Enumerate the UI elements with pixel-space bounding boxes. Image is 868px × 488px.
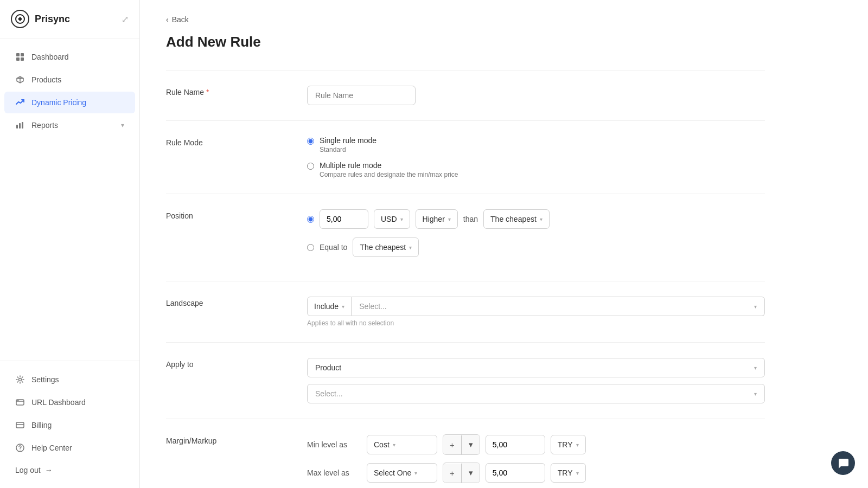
max-level-stepper: + ▾ [443, 463, 480, 483]
rule-name-label: Rule Name * [166, 86, 285, 105]
position-row-2: Equal to The cheapest ▾ [307, 237, 765, 257]
rule-mode-single-label: Single rule mode [320, 136, 376, 145]
position-radio-2[interactable] [307, 244, 314, 251]
svg-point-8 [19, 378, 22, 381]
apply-to-chevron-icon: ▾ [754, 365, 757, 371]
rule-mode-single-radio[interactable] [307, 138, 314, 145]
svg-point-11 [18, 400, 19, 401]
minus-button[interactable]: ▾ [462, 435, 480, 454]
min-currency-chevron-icon: ▾ [576, 442, 579, 448]
margin-markup-content: Min level as Cost ▾ + ▾ TRY ▾ Max leve [307, 434, 765, 488]
sidebar-item-dashboard[interactable]: Dashboard [4, 46, 135, 68]
sidebar-item-dynamic-pricing[interactable]: Dynamic Pricing [4, 92, 135, 113]
sidebar-item-label-products: Products [31, 75, 61, 84]
currency-chevron-icon: ▾ [400, 216, 403, 222]
landscape-value-select[interactable]: Select... ▾ [352, 297, 765, 316]
position-radio-1[interactable] [307, 216, 314, 223]
rule-mode-multiple-sub: Compare rules and designate the min/max … [320, 171, 458, 178]
svg-rect-7 [22, 122, 23, 129]
rule-name-section: Rule Name * [166, 70, 765, 120]
landscape-chevron-icon: ▾ [754, 304, 757, 310]
min-level-stepper: + ▾ [443, 434, 480, 455]
currency-select[interactable]: USD ▾ [374, 209, 410, 229]
include-chevron-icon: ▾ [342, 304, 344, 310]
logout-arrow-icon: → [45, 466, 53, 474]
include-select[interactable]: Include ▾ [307, 297, 352, 316]
equal-to-select[interactable]: The cheapest ▾ [353, 237, 419, 257]
sidebar-expand-icon[interactable]: ⤢ [122, 14, 129, 24]
max-level-label: Max level as [307, 468, 361, 477]
main-content: ‹ Back Add New Rule Rule Name * Rule Mod… [140, 0, 868, 488]
sidebar-item-label-reports: Reports [31, 121, 58, 130]
equal-to-value: The cheapest [360, 243, 406, 252]
plus-button[interactable]: + [443, 464, 462, 483]
position-content: USD ▾ Higher ▾ than The cheapest ▾ [307, 209, 765, 266]
svg-rect-2 [21, 53, 24, 56]
rule-mode-multiple-radio[interactable] [307, 163, 314, 170]
position-section: Position USD ▾ Higher ▾ than [166, 194, 765, 281]
rule-mode-section: Rule Mode Single rule mode Standard Mult… [166, 120, 765, 194]
apply-to-second-chevron-icon: ▾ [754, 391, 757, 397]
max-level-value-input[interactable] [486, 463, 545, 483]
svg-rect-12 [16, 422, 24, 428]
minus-button[interactable]: ▾ [462, 463, 480, 483]
max-level-select[interactable]: Select One ▾ [367, 463, 437, 483]
sidebar-item-products[interactable]: Products [4, 69, 135, 91]
apply-to-second-select[interactable]: Select... ▾ [307, 384, 765, 403]
bar-chart-icon [15, 120, 25, 130]
rule-name-input[interactable] [307, 86, 416, 105]
comparison-select[interactable]: The cheapest ▾ [483, 209, 550, 229]
sidebar-item-help-center[interactable]: Help Center [4, 437, 135, 459]
landscape-placeholder: Select... [359, 302, 387, 311]
sidebar-item-label-help-center: Help Center [31, 444, 72, 452]
logout-label: Log out [15, 466, 41, 474]
position-value-input[interactable] [320, 209, 368, 229]
min-level-value-input[interactable] [486, 435, 545, 454]
than-label: than [463, 215, 478, 223]
landscape-label: Landscape [166, 297, 285, 327]
direction-chevron-icon: ▾ [448, 216, 451, 222]
landscape-row: Include ▾ Select... ▾ [307, 297, 765, 316]
min-level-chevron-icon: ▾ [393, 442, 395, 448]
direction-select[interactable]: Higher ▾ [416, 209, 458, 229]
apply-to-content: Product ▾ Select... ▾ [307, 358, 765, 403]
chat-bubble-button[interactable] [831, 451, 855, 475]
apply-to-select[interactable]: Product ▾ [307, 358, 765, 377]
grid-icon [15, 52, 25, 62]
max-level-row: Max level as Select One ▾ + ▾ TRY ▾ [307, 463, 765, 483]
page-title: Add New Rule [166, 34, 765, 50]
sidebar-item-label-dynamic-pricing: Dynamic Pricing [31, 98, 86, 107]
plus-button[interactable]: + [443, 435, 462, 454]
sidebar-item-billing[interactable]: Billing [4, 414, 135, 436]
svg-rect-3 [16, 57, 20, 61]
svg-point-10 [17, 400, 18, 401]
min-level-currency-select[interactable]: TRY ▾ [551, 435, 586, 454]
sidebar-item-reports[interactable]: Reports ▾ [4, 114, 135, 136]
min-level-select[interactable]: Cost ▾ [367, 435, 437, 454]
apply-to-second-placeholder: Select... [315, 389, 343, 398]
sidebar-item-settings[interactable]: Settings [4, 369, 135, 390]
max-currency-chevron-icon: ▾ [576, 470, 579, 476]
apply-to-value: Product [315, 363, 341, 372]
currency-value: USD [381, 215, 397, 223]
svg-rect-6 [19, 123, 21, 129]
back-label: Back [172, 15, 189, 24]
gear-icon [15, 375, 25, 384]
sidebar-item-label-dashboard: Dashboard [31, 53, 69, 61]
svg-rect-4 [21, 57, 24, 61]
max-level-currency-select[interactable]: TRY ▾ [551, 463, 586, 483]
rule-mode-single-option: Single rule mode Standard [307, 136, 765, 153]
max-level-chevron-icon: ▾ [414, 470, 417, 476]
apply-to-section: Apply to Product ▾ Select... ▾ [166, 342, 765, 419]
sidebar-item-url-dashboard[interactable]: URL Dashboard [4, 391, 135, 413]
back-link[interactable]: ‹ Back [166, 15, 765, 24]
svg-rect-5 [16, 125, 18, 129]
position-label: Position [166, 209, 285, 266]
rule-mode-multiple-option: Multiple rule mode Compare rules and des… [307, 161, 765, 178]
logout-button[interactable]: Log out → [4, 460, 135, 480]
include-value: Include [314, 302, 339, 311]
link-icon [15, 397, 25, 407]
rule-name-content [307, 86, 765, 105]
rule-mode-single-sub: Standard [320, 146, 376, 153]
min-level-value: Cost [374, 440, 390, 449]
